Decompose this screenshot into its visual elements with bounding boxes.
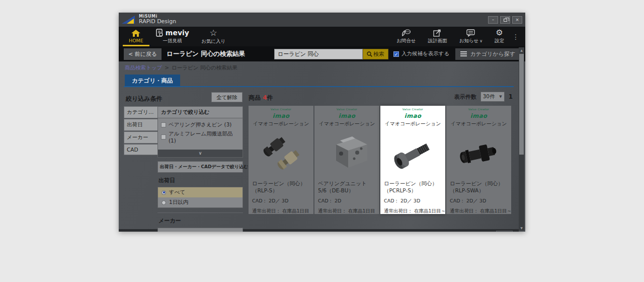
clear-all-button[interactable]: 全て解除 [211, 92, 243, 102]
nav-notice[interactable]: お知らせ∨ [453, 27, 489, 46]
search-input[interactable] [274, 49, 363, 59]
scrollbar-thumb[interactable] [519, 54, 524, 155]
nav-meviy[interactable]: meviy 一括見積 [149, 27, 195, 46]
ship-day-options: すべて 1日以内 [157, 187, 243, 208]
nav-favorites[interactable]: ☆ お気に入り [195, 27, 231, 46]
category-option-label: アルミフレーム用搬送部品 (1) [169, 130, 239, 144]
product-card-pcrlp-s[interactable]: Value Creator imao イマオコーポレーション [380, 106, 445, 214]
scroll-to-top-button[interactable]: ∧ [496, 231, 513, 232]
ship-option-1day[interactable]: 1日以内 [158, 197, 243, 207]
nav-settings[interactable]: ⚙ 設定 [489, 27, 510, 46]
search-button[interactable]: 検索 [363, 49, 388, 59]
product-ship-date: 通常出荷日： 在庫品1日目～ [384, 208, 442, 215]
imao-logo: imao [339, 112, 356, 119]
breadcrumb-home-link[interactable]: 商品検索トップ [125, 64, 162, 72]
filter-tab-category[interactable]: カテゴリ… [124, 106, 159, 118]
imao-brand: Value Creator imao [318, 108, 376, 119]
vertical-scrollbar[interactable]: ▲ ▼ [519, 47, 524, 231]
more-menu-button[interactable]: ⋮ [510, 27, 521, 46]
titlebar: MiSUMi RAPiD Design – × [119, 13, 525, 27]
expand-categories-button[interactable]: ∨ [158, 150, 243, 157]
checkbox-icon[interactable] [161, 134, 166, 139]
scrollbar-down-arrow[interactable]: ▼ [519, 225, 524, 231]
nav-design-label: 設計画面 [428, 38, 447, 44]
suggest-checkbox[interactable]: ✓ [393, 51, 399, 57]
company-name: イマオコーポレーション [450, 120, 508, 127]
filter-anchor-tabs: カテゴリ… 出荷日 メーカー CAD [124, 106, 159, 156]
tab-underline [124, 86, 514, 87]
filter-tab-maker[interactable]: メーカー [124, 131, 159, 144]
nav-contact[interactable]: お問合せ [390, 27, 422, 46]
product-ship-date: 通常出荷日： 在庫品1日目～ [450, 208, 508, 215]
company-name: イマオコーポレーション [252, 120, 310, 127]
imao-brand: Value Creator imao [450, 108, 508, 119]
search-icon [367, 51, 372, 57]
nav-design-screen[interactable]: 設計画面 [422, 27, 453, 46]
category-search-button[interactable]: カテゴリから探す [455, 48, 520, 60]
filter-title: 絞り込み条件 [126, 95, 163, 103]
nav-home[interactable]: HOME [123, 27, 149, 46]
back-arrow-icon: < [128, 51, 133, 57]
category-filter-header: カテゴリで絞り込む [157, 106, 243, 118]
product-name: ローラーピン（同心）（RLP-S） [252, 180, 310, 194]
breadcrumb: 商品検索トップ > ローラピン 同心の検索結果 [125, 64, 237, 72]
product-card-de-bu[interactable]: Value Creator imao イマオコーポレーション ベアリング [314, 106, 379, 214]
filter-tab-cad[interactable]: CAD [124, 144, 159, 155]
tab-category-products[interactable]: カテゴリ・商品 [125, 75, 180, 87]
product-image [450, 127, 508, 180]
category-option[interactable]: ベアリング押さえピン (3) [161, 121, 239, 128]
maker-label: メーカー [158, 217, 243, 225]
back-button[interactable]: < 前に戻る [124, 48, 162, 60]
category-filter-box: ベアリング押さえピン (3) アルミフレーム用搬送部品 (1) ∨ [157, 118, 243, 158]
ship-day-label: 出荷日 [158, 177, 243, 184]
page-number: 1 [509, 93, 513, 100]
gear-icon: ⚙ [496, 29, 503, 37]
filter-tab-shipday[interactable]: 出荷日 [124, 119, 159, 131]
imao-logo: imao [273, 112, 290, 119]
nav-settings-label: 設定 [495, 38, 504, 44]
star-icon: ☆ [209, 29, 217, 37]
external-link-icon [433, 29, 441, 37]
category-option[interactable]: アルミフレーム用搬送部品 (1) [161, 130, 239, 144]
per-page-control: 表示件数 30件 ▼ 1 [454, 92, 513, 102]
restore-button[interactable] [500, 16, 510, 24]
product-card-rlp-swa[interactable]: Value Creator imao イマオコーポレーション [446, 106, 511, 214]
company-name: イマオコーポレーション [318, 120, 376, 127]
company-name: イマオコーポレーション [384, 120, 442, 127]
radio-selected-icon[interactable] [162, 190, 166, 195]
misumi-logo-icon [122, 16, 135, 24]
results-count: 商品 4件 [249, 94, 273, 102]
minimize-button[interactable]: – [488, 16, 498, 24]
meviy-brand: meviy [166, 29, 189, 37]
scrollbar-up-arrow[interactable]: ▲ [519, 47, 524, 53]
content-area: 商品検索トップ > ローラピン 同心の検索結果 カテゴリ・商品 絞り込み条件 全… [119, 61, 519, 232]
product-name: ローラーピン（同心）（PCRLP-S） [384, 180, 442, 194]
imao-brand: Value Creator imao [384, 108, 442, 119]
nav-contact-label: お問合せ [396, 38, 416, 44]
imao-brand: Value Creator imao [252, 108, 310, 119]
ship-option-label: 1日以内 [169, 199, 188, 206]
close-button[interactable]: × [512, 16, 522, 24]
select-caret-icon: ▼ [499, 95, 502, 99]
product-grid: Value Creator imao イマオコーポレーション [249, 106, 511, 214]
category-option-label: ベアリング押さえピン (3) [169, 121, 231, 128]
page-title: ローラピン 同心の検索結果 [167, 50, 245, 58]
product-card-rlp-s[interactable]: Value Creator imao イマオコーポレーション [249, 106, 313, 214]
nav-favorites-label: お気に入り [201, 38, 225, 45]
product-ship-date: 通常出荷日： 在庫品1日目 [318, 208, 376, 215]
checkbox-icon[interactable] [161, 122, 166, 127]
product-image [252, 127, 310, 180]
per-page-value: 30件 [483, 93, 495, 100]
meviy-doc-icon [155, 29, 164, 37]
suggest-label: 入力候補を表示する [401, 50, 449, 57]
breadcrumb-current: ローラピン 同心の検索結果 [172, 64, 237, 72]
ship-option-all[interactable]: すべて [158, 187, 243, 197]
search-button-label: 検索 [373, 50, 384, 58]
per-page-select[interactable]: 30件 ▼ [480, 92, 505, 102]
detail-filter-header: 出荷日・メーカー・CADデータで絞り込む [157, 161, 243, 173]
chevron-down-icon: ∨ [479, 39, 482, 43]
app-logo: MiSUMi RAPiD Design [139, 15, 176, 25]
radio-icon[interactable] [162, 200, 166, 205]
suggest-toggle[interactable]: ✓ 入力候補を表示する [393, 50, 449, 57]
logo-line2: RAPiD Design [139, 19, 176, 25]
